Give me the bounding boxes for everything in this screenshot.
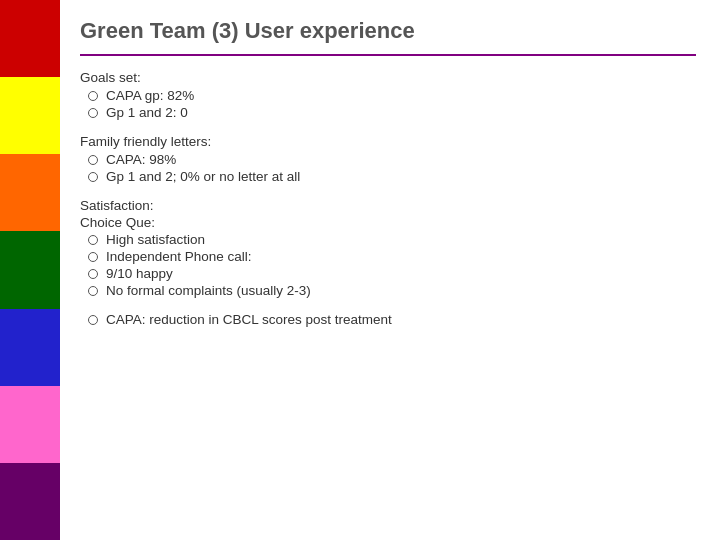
- color-red: [0, 0, 60, 77]
- list-item: 9/10 happy: [88, 266, 696, 281]
- list-item: CAPA: 98%: [88, 152, 696, 167]
- list-item: Independent Phone call:: [88, 249, 696, 264]
- satisfaction-label: Satisfaction:: [80, 198, 696, 213]
- list-item: High satisfaction: [88, 232, 696, 247]
- family-label: Family friendly letters:: [80, 134, 696, 149]
- family-item-2: Gp 1 and 2; 0% or no letter at all: [106, 169, 300, 184]
- family-section: Family friendly letters: CAPA: 98% Gp 1 …: [80, 134, 696, 184]
- bullet-icon: [88, 172, 98, 182]
- family-item-1: CAPA: 98%: [106, 152, 176, 167]
- goals-item-1: CAPA gp: 82%: [106, 88, 194, 103]
- capa-final-item: CAPA: reduction in CBCL scores post trea…: [106, 312, 392, 327]
- page-title: Green Team (3) User experience: [80, 18, 696, 44]
- bullet-icon: [88, 91, 98, 101]
- list-item: Gp 1 and 2: 0: [88, 105, 696, 120]
- color-sidebar: [0, 0, 60, 540]
- satisfaction-list: High satisfaction Independent Phone call…: [88, 232, 696, 298]
- satisfaction-item-4: No formal complaints (usually 2-3): [106, 283, 311, 298]
- goals-label: Goals set:: [80, 70, 696, 85]
- bullet-icon: [88, 286, 98, 296]
- list-item: Gp 1 and 2; 0% or no letter at all: [88, 169, 696, 184]
- satisfaction-section: Satisfaction: Choice Que: High satisfact…: [80, 198, 696, 298]
- bullet-icon: [88, 269, 98, 279]
- bullet-icon: [88, 315, 98, 325]
- family-list: CAPA: 98% Gp 1 and 2; 0% or no letter at…: [88, 152, 696, 184]
- goals-section: Goals set: CAPA gp: 82% Gp 1 and 2: 0: [80, 70, 696, 120]
- color-pink: [0, 386, 60, 463]
- page: Green Team (3) User experience Goals set…: [0, 0, 720, 540]
- bullet-icon: [88, 155, 98, 165]
- satisfaction-item-2: Independent Phone call:: [106, 249, 252, 264]
- capa-final-list: CAPA: reduction in CBCL scores post trea…: [88, 312, 696, 327]
- color-blue: [0, 309, 60, 386]
- bullet-icon: [88, 235, 98, 245]
- color-green: [0, 231, 60, 308]
- list-item: CAPA: reduction in CBCL scores post trea…: [88, 312, 696, 327]
- choice-label: Choice Que:: [80, 215, 696, 230]
- main-content: Green Team (3) User experience Goals set…: [60, 0, 720, 540]
- color-purple: [0, 463, 60, 540]
- goals-item-2: Gp 1 and 2: 0: [106, 105, 188, 120]
- list-item: CAPA gp: 82%: [88, 88, 696, 103]
- color-orange: [0, 154, 60, 231]
- list-item: No formal complaints (usually 2-3): [88, 283, 696, 298]
- satisfaction-item-3: 9/10 happy: [106, 266, 173, 281]
- bullet-icon: [88, 252, 98, 262]
- color-yellow: [0, 77, 60, 154]
- capa-final-section: CAPA: reduction in CBCL scores post trea…: [80, 312, 696, 327]
- goals-list: CAPA gp: 82% Gp 1 and 2: 0: [88, 88, 696, 120]
- title-divider: [80, 54, 696, 56]
- satisfaction-item-1: High satisfaction: [106, 232, 205, 247]
- bullet-icon: [88, 108, 98, 118]
